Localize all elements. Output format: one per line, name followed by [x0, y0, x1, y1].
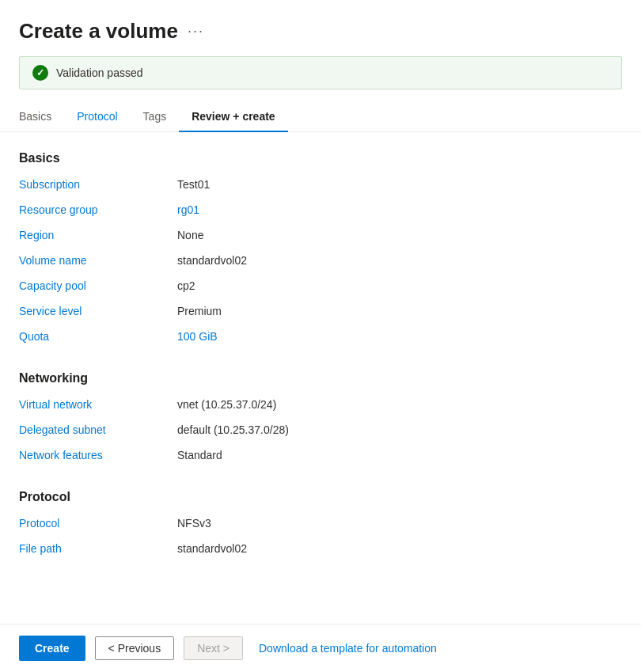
value-file-path: standardvol02	[177, 542, 247, 555]
basics-section: Basics Subscription Test01 Resource grou…	[19, 151, 622, 349]
page-header: Create a volume ···	[0, 0, 641, 44]
value-network-features: Standard	[177, 449, 222, 461]
basics-section-title: Basics	[19, 151, 622, 165]
previous-button[interactable]: < Previous	[95, 636, 175, 660]
label-virtual-network: Virtual network	[19, 398, 177, 411]
field-volume-name: Volume name standardvol02	[19, 254, 622, 273]
page-container: Create a volume ··· Validation passed Ba…	[0, 0, 641, 672]
field-quota: Quota 100 GiB	[19, 330, 622, 349]
create-button[interactable]: Create	[19, 636, 85, 661]
main-content: Basics Subscription Test01 Resource grou…	[0, 132, 641, 624]
value-virtual-network: vnet (10.25.37.0/24)	[177, 398, 276, 411]
label-region: Region	[19, 229, 177, 241]
tab-protocol[interactable]: Protocol	[64, 102, 130, 132]
value-resource-group[interactable]: rg01	[177, 203, 199, 216]
label-protocol: Protocol	[19, 517, 177, 530]
label-resource-group: Resource group	[19, 203, 177, 216]
networking-section: Networking Virtual network vnet (10.25.3…	[19, 371, 622, 468]
value-protocol: NFSv3	[177, 517, 211, 530]
value-quota: 100 GiB	[177, 330, 218, 343]
field-virtual-network: Virtual network vnet (10.25.37.0/24)	[19, 398, 622, 417]
protocol-section: Protocol Protocol NFSv3 File path standa…	[19, 490, 622, 561]
tab-review-create[interactable]: Review + create	[179, 102, 287, 132]
networking-section-title: Networking	[19, 371, 622, 385]
validation-text: Validation passed	[56, 66, 142, 79]
label-delegated-subnet: Delegated subnet	[19, 423, 177, 436]
label-volume-name: Volume name	[19, 254, 177, 267]
automation-link[interactable]: Download a template for automation	[259, 642, 437, 655]
next-button: Next >	[184, 636, 243, 660]
field-file-path: File path standardvol02	[19, 542, 622, 561]
value-capacity-pool: cp2	[177, 279, 195, 292]
label-quota: Quota	[19, 330, 177, 343]
label-file-path: File path	[19, 542, 177, 555]
field-capacity-pool: Capacity pool cp2	[19, 279, 622, 298]
label-subscription: Subscription	[19, 178, 177, 191]
label-network-features: Network features	[19, 449, 177, 461]
tab-basics[interactable]: Basics	[19, 102, 64, 132]
footer: Create < Previous Next > Download a temp…	[0, 624, 641, 672]
tab-bar: Basics Protocol Tags Review + create	[0, 102, 641, 132]
value-service-level: Premium	[177, 305, 222, 317]
field-resource-group: Resource group rg01	[19, 203, 622, 222]
label-capacity-pool: Capacity pool	[19, 279, 177, 292]
field-subscription: Subscription Test01	[19, 178, 622, 197]
field-service-level: Service level Premium	[19, 305, 622, 324]
value-region: None	[177, 229, 203, 241]
value-volume-name: standardvol02	[177, 254, 247, 267]
more-options-icon[interactable]: ···	[188, 23, 204, 40]
page-title: Create a volume	[19, 19, 178, 44]
field-region: Region None	[19, 229, 622, 248]
value-delegated-subnet: default (10.25.37.0/28)	[177, 423, 289, 436]
field-protocol: Protocol NFSv3	[19, 517, 622, 536]
value-subscription: Test01	[177, 178, 210, 191]
label-service-level: Service level	[19, 305, 177, 317]
field-network-features: Network features Standard	[19, 449, 622, 468]
tab-tags[interactable]: Tags	[131, 102, 180, 132]
validation-banner: Validation passed	[19, 56, 622, 89]
check-icon	[32, 65, 48, 81]
protocol-section-title: Protocol	[19, 490, 622, 504]
field-delegated-subnet: Delegated subnet default (10.25.37.0/28)	[19, 423, 622, 442]
